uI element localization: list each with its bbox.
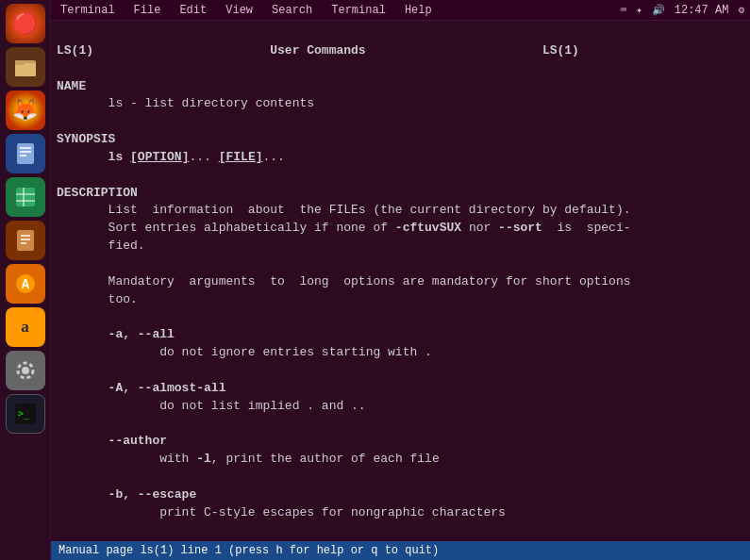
- spreadsheet-icon[interactable]: [6, 177, 45, 217]
- menubar-file[interactable]: File: [130, 4, 165, 17]
- menubar-search[interactable]: Search: [268, 4, 316, 17]
- svg-rect-3: [17, 143, 34, 164]
- statusbar: Manual page ls(1) line 1 (press h for he…: [51, 541, 750, 560]
- menubar-edit[interactable]: Edit: [175, 4, 210, 17]
- svg-rect-1: [15, 63, 36, 76]
- volume-icon: 🔊: [652, 4, 665, 16]
- svg-text:>_: >_: [18, 408, 30, 420]
- amazon-icon[interactable]: a: [6, 307, 45, 347]
- section-name: NAME: [57, 79, 86, 93]
- menubar-right: ⌨ ✦ 🔊 12:47 AM ⚙: [621, 4, 744, 17]
- opt-A: -A, --almost-all: [108, 381, 226, 395]
- sidebar: 🔴 🦊: [0, 0, 51, 560]
- text-editor-icon[interactable]: [6, 134, 45, 173]
- svg-rect-2: [15, 60, 25, 65]
- opt-author: --author: [108, 434, 167, 448]
- svg-point-17: [22, 367, 29, 374]
- system-settings-icon[interactable]: [6, 351, 45, 390]
- svg-rect-11: [17, 230, 34, 251]
- section-description: DESCRIPTION: [57, 186, 138, 200]
- menubar-help[interactable]: Help: [401, 4, 436, 17]
- menubar-terminal[interactable]: Terminal: [327, 4, 390, 17]
- svg-rect-7: [16, 188, 35, 206]
- terminal-header: LS(1) User Commands LS(1) NAME ls - list…: [57, 43, 631, 541]
- software-center-icon[interactable]: A: [6, 264, 45, 304]
- section-synopsis: SYNOPSIS: [57, 132, 115, 146]
- terminal-launcher-icon[interactable]: >_: [6, 394, 45, 434]
- system-menu-icon[interactable]: ⚙: [738, 4, 744, 16]
- bluetooth-icon: ✦: [636, 4, 642, 16]
- keyboard-icon: ⌨: [621, 4, 627, 16]
- statusbar-text: Manual page ls(1) line 1 (press h for he…: [58, 544, 439, 557]
- menubar-view[interactable]: View: [222, 4, 257, 17]
- svg-text:A: A: [21, 277, 29, 292]
- menubar: Terminal File Edit View Search Terminal …: [51, 0, 750, 21]
- menubar-app-name: Terminal: [57, 4, 119, 17]
- document-viewer-icon[interactable]: [6, 221, 45, 260]
- firefox-browser-icon[interactable]: 🦊: [6, 91, 45, 130]
- opt-b: -b, --escape: [108, 487, 197, 502]
- opt-a: -a, --all: [108, 327, 175, 341]
- header-left: LS(1) User Commands LS(1): [57, 43, 579, 58]
- files-manager-icon[interactable]: [6, 47, 45, 87]
- clock: 12:47 AM: [675, 4, 729, 17]
- terminal-output[interactable]: LS(1) User Commands LS(1) NAME ls - list…: [51, 21, 750, 541]
- main-panel: Terminal File Edit View Search Terminal …: [51, 0, 750, 560]
- ubuntu-logo-icon[interactable]: 🔴: [6, 4, 45, 43]
